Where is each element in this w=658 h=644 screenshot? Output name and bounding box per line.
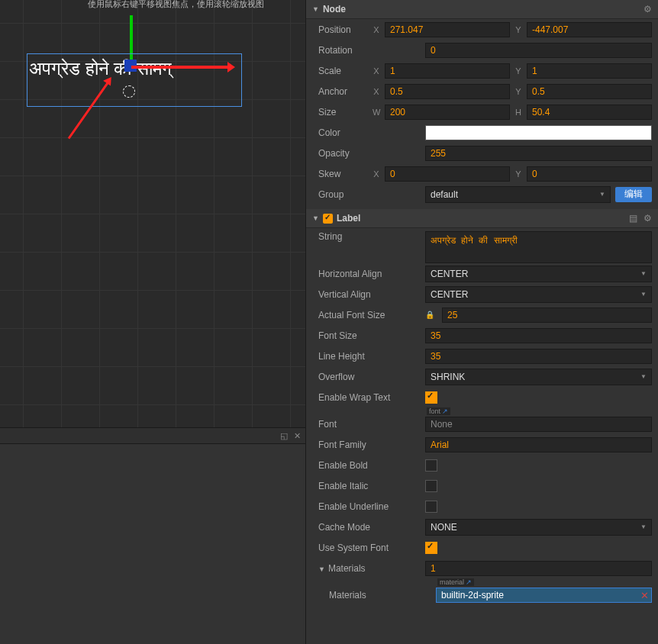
label-section-header[interactable]: ▼ Label ▤ ⚙ [306,209,658,228]
material-asset-input[interactable] [436,588,652,603]
underline-checkbox[interactable] [425,501,437,513]
anchor-x-input[interactable] [385,84,510,99]
valign-select[interactable]: CENTER▼ [425,286,652,303]
collapse-icon: ▼ [312,5,319,13]
font-tag[interactable]: font [427,407,450,415]
font-size-input[interactable] [425,328,652,343]
cache-mode-label: Cache Mode [312,522,425,533]
position-y-input[interactable] [527,22,652,37]
materials-item-label: Materials [312,590,436,601]
lower-panel: ◱ ✕ [0,427,305,644]
cache-mode-select[interactable]: NONE▼ [425,519,652,536]
materials-count-input[interactable] [425,561,652,576]
string-label: String [312,231,425,242]
restore-icon[interactable]: ◱ [280,431,288,441]
halign-select[interactable]: CENTER▼ [425,266,652,282]
size-label: Size [312,107,373,118]
anchor-indicator[interactable] [123,85,135,98]
wrap-label: Enable Wrap Text [312,392,425,403]
scale-label: Scale [312,66,373,76]
color-label: Color [312,127,425,138]
bold-label: Enable Bold [312,460,425,471]
actual-font-size-label: Actual Font Size [312,310,425,320]
rotation-input[interactable] [425,43,652,58]
underline-label: Enable Underline [312,501,425,512]
group-edit-button[interactable]: 编辑 [615,187,652,202]
material-tag[interactable]: material [437,578,474,586]
material-remove-icon[interactable]: ✕ [640,590,649,601]
component-enabled-checkbox[interactable] [323,214,333,224]
position-x-input[interactable] [385,22,510,37]
line-height-label: Line Height [312,351,425,362]
size-w-input[interactable] [385,105,510,120]
system-font-checkbox[interactable] [425,542,437,554]
bold-checkbox[interactable] [425,459,437,472]
font-label: Font [312,419,425,430]
valign-label: Vertical Align [312,289,425,300]
anchor-y-input[interactable] [527,84,652,99]
gear-icon[interactable]: ⚙ [643,213,652,224]
scale-x-input[interactable] [385,63,510,79]
position-label: Position [312,24,373,35]
group-select[interactable]: default▼ [425,186,611,203]
gear-icon[interactable]: ⚙ [643,4,652,14]
book-icon[interactable]: ▤ [629,213,637,224]
collapse-icon: ▼ [312,214,319,222]
canvas-hint: 使用鼠标右键平移视图焦点，使用滚轮缩放视图 [88,0,264,10]
overflow-select[interactable]: SHRINK▼ [425,369,652,385]
color-swatch[interactable] [425,125,652,140]
halign-label: Horizontal Align [312,269,425,279]
wrap-checkbox[interactable] [425,391,437,404]
italic-label: Enable Italic [312,481,425,491]
section-title: Node [323,4,346,14]
anchor-label: Anchor [312,86,373,97]
font-asset-input[interactable] [425,417,652,432]
canvas-viewport[interactable]: 使用鼠标右键平移视图焦点，使用滚轮缩放视图 अपग्रेड होने की सा… [0,0,306,644]
font-family-input[interactable] [425,437,652,452]
font-family-label: Font Family [312,440,425,450]
skew-x-input[interactable] [385,166,510,182]
opacity-label: Opacity [312,148,425,159]
skew-label: Skew [312,169,373,179]
font-size-label: Font Size [312,330,425,341]
node-section-header[interactable]: ▼ Node ⚙ [306,0,658,19]
italic-checkbox[interactable] [425,480,437,492]
scale-y-input[interactable] [527,63,652,79]
section-title: Label [337,213,360,224]
overflow-label: Overflow [312,372,425,382]
rotation-label: Rotation [312,45,425,56]
system-font-label: Use System Font [312,543,425,553]
inspector-panel: ▼ Node ⚙ Position X Y Rotation Scale X Y [306,0,658,644]
group-label: Group [312,189,425,200]
opacity-input[interactable] [425,146,652,161]
materials-label[interactable]: ▼Materials [312,563,425,574]
skew-y-input[interactable] [527,166,652,182]
close-icon[interactable]: ✕ [294,431,301,441]
x-axis-gizmo[interactable] [131,66,229,69]
string-textarea[interactable] [425,231,652,263]
lock-icon[interactable]: 🔒 [425,311,434,319]
size-h-input[interactable] [527,105,652,120]
actual-font-size-input[interactable] [442,308,652,323]
line-height-input[interactable] [425,349,652,364]
